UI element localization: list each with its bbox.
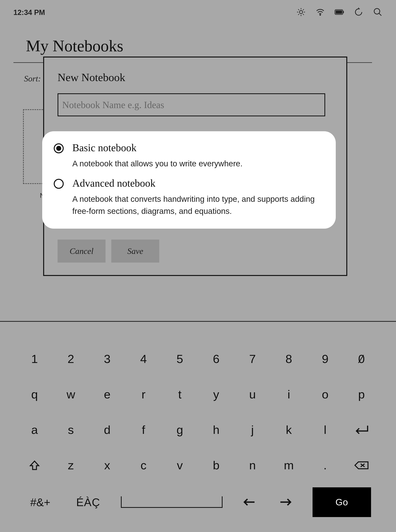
key-space[interactable]	[121, 496, 222, 508]
key-u[interactable]: u	[243, 387, 262, 401]
svg-line-14	[379, 13, 381, 16]
key-4[interactable]: 4	[134, 352, 153, 366]
key-0[interactable]: 0 ⁄	[352, 352, 371, 366]
sort-label[interactable]: Sort:	[24, 74, 41, 84]
key-period[interactable]: .	[316, 458, 335, 472]
svg-line-5	[298, 9, 299, 10]
key-5[interactable]: 5	[170, 352, 189, 366]
battery-icon[interactable]	[335, 7, 344, 18]
page-title: My Notebooks	[26, 36, 123, 55]
sync-icon[interactable]	[354, 7, 363, 18]
option-basic-notebook[interactable]: Basic notebook A notebook that allows yo…	[54, 142, 324, 170]
new-notebook-modal: New Notebook Basic notebook A notebook t…	[43, 57, 347, 276]
option-advanced-notebook[interactable]: Advanced notebook A notebook that conver…	[54, 177, 324, 217]
keyboard-separator	[0, 321, 396, 322]
brightness-icon[interactable]	[296, 7, 306, 18]
svg-point-0	[299, 11, 303, 14]
key-j[interactable]: j	[243, 423, 262, 436]
key-a[interactable]: a	[25, 423, 44, 436]
key-go[interactable]: Go	[313, 487, 371, 517]
key-l[interactable]: l	[316, 423, 335, 436]
option-desc: A notebook that allows you to write ever…	[72, 158, 324, 170]
key-3[interactable]: 3	[98, 352, 117, 366]
svg-line-8	[303, 9, 304, 10]
keyboard-row-3: a s d f g h j k l	[25, 412, 371, 447]
key-h[interactable]: h	[207, 423, 226, 436]
svg-rect-12	[343, 11, 344, 13]
option-title: Advanced notebook	[72, 177, 324, 189]
key-s[interactable]: s	[61, 423, 80, 436]
key-symbols[interactable]: #&+	[25, 496, 56, 509]
key-y[interactable]: y	[207, 387, 226, 401]
key-x[interactable]: x	[98, 458, 117, 472]
key-m[interactable]: m	[279, 458, 298, 472]
key-arrow-left[interactable]	[240, 498, 259, 507]
search-icon[interactable]	[373, 7, 383, 18]
keyboard-row-numbers: 1 2 3 4 5 6 7 8 9 0 ⁄	[25, 341, 371, 377]
on-screen-keyboard: 1 2 3 4 5 6 7 8 9 0 ⁄ q w e r t y u i o …	[0, 337, 396, 532]
notebook-name-input[interactable]	[58, 93, 325, 116]
key-e[interactable]: e	[98, 387, 117, 401]
keyboard-row-5: #&+ ÉÀÇ Go	[25, 483, 371, 521]
key-b[interactable]: b	[207, 458, 226, 472]
key-d[interactable]: d	[98, 423, 117, 436]
key-g[interactable]: g	[170, 423, 189, 436]
key-n[interactable]: n	[243, 458, 262, 472]
key-enter[interactable]	[352, 424, 371, 436]
cancel-button[interactable]: Cancel	[58, 240, 105, 263]
svg-rect-11	[336, 10, 342, 14]
notebook-type-options: Basic notebook A notebook that allows yo…	[42, 131, 336, 229]
key-p[interactable]: p	[352, 387, 371, 401]
key-c[interactable]: c	[134, 458, 153, 472]
option-title: Basic notebook	[72, 142, 324, 154]
keyboard-row-4: z x c v b n m .	[25, 447, 371, 483]
key-i[interactable]: i	[279, 387, 298, 401]
keyboard-row-2: q w e r t y u i o p	[25, 377, 371, 412]
key-1[interactable]: 1	[25, 352, 44, 366]
key-accents[interactable]: ÉÀÇ	[73, 496, 104, 509]
status-time: 12:34 PM	[13, 8, 45, 17]
svg-line-7	[298, 14, 299, 15]
key-8[interactable]: 8	[279, 352, 298, 366]
option-desc: A notebook that converts handwriting int…	[72, 193, 324, 217]
key-z[interactable]: z	[61, 458, 80, 472]
key-f[interactable]: f	[134, 423, 153, 436]
radio-unselected-icon	[54, 179, 64, 189]
svg-point-13	[374, 8, 380, 14]
radio-selected-icon	[54, 143, 64, 153]
key-2[interactable]: 2	[61, 352, 80, 366]
key-w[interactable]: w	[61, 387, 80, 401]
key-9[interactable]: 9	[316, 352, 335, 366]
wifi-icon[interactable]	[315, 7, 325, 18]
key-k[interactable]: k	[279, 423, 298, 436]
key-v[interactable]: v	[170, 458, 189, 472]
key-7[interactable]: 7	[243, 352, 262, 366]
key-r[interactable]: r	[134, 387, 153, 401]
svg-point-9	[320, 15, 320, 15]
status-icons	[296, 7, 383, 18]
svg-line-6	[303, 14, 304, 15]
modal-title: New Notebook	[58, 71, 333, 84]
key-t[interactable]: t	[170, 387, 189, 401]
key-q[interactable]: q	[25, 387, 44, 401]
status-bar: 12:34 PM	[0, 0, 396, 25]
key-arrow-right[interactable]	[276, 498, 295, 507]
key-o[interactable]: o	[316, 387, 335, 401]
key-6[interactable]: 6	[207, 352, 226, 366]
key-shift[interactable]	[25, 459, 44, 471]
save-button[interactable]: Save	[111, 240, 159, 263]
key-backspace[interactable]	[352, 461, 371, 470]
